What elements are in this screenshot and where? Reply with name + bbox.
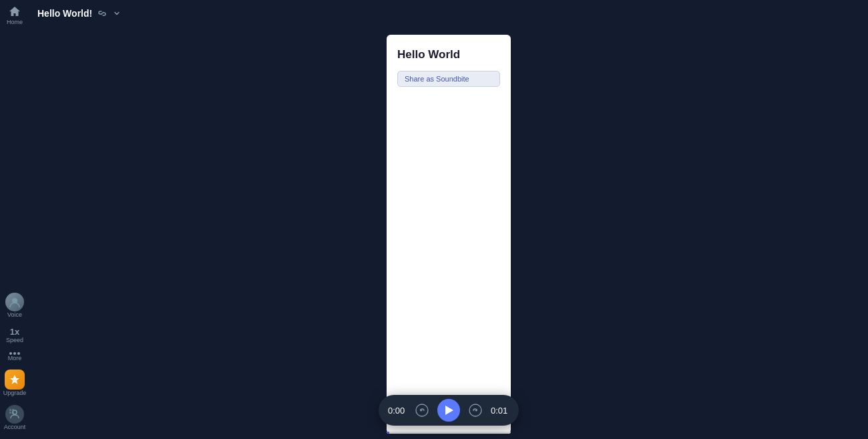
sidebar-item-voice[interactable]: Voice <box>0 290 29 321</box>
share-soundbite-button[interactable]: Share as Soundbite <box>397 71 500 87</box>
svg-rect-2 <box>9 409 11 411</box>
sidebar-upgrade-label: Upgrade <box>3 390 27 397</box>
sidebar-home-label: Home <box>7 19 23 26</box>
play-icon <box>445 406 453 415</box>
link-icon[interactable] <box>97 9 107 18</box>
progress-bar-track <box>387 432 511 434</box>
sidebar-item-home[interactable]: Home <box>0 3 29 29</box>
chevron-down-icon[interactable] <box>112 9 122 18</box>
svg-rect-5 <box>12 412 14 414</box>
upgrade-button[interactable] <box>5 370 25 390</box>
main-content: Hello World! Hello World Share as Soundb… <box>29 0 868 439</box>
sidebar-item-more[interactable]: More <box>0 349 29 365</box>
sidebar-speed-label: Speed <box>6 337 23 344</box>
sidebar-voice-label: Voice <box>7 311 22 319</box>
page-title: Hello World! <box>37 8 92 19</box>
sidebar-item-upgrade[interactable]: Upgrade <box>0 367 29 400</box>
svg-rect-4 <box>9 412 11 414</box>
total-time-display: 0:01 <box>491 406 509 416</box>
sidebar-account-label: Account <box>4 424 26 431</box>
audio-player: 0:00 0:01 <box>379 395 519 426</box>
forward-button[interactable] <box>467 402 484 419</box>
rewind-button[interactable] <box>413 402 431 419</box>
episode-area: Hello World Share as Soundbite 0:00 <box>29 27 868 439</box>
account-avatar <box>5 405 24 424</box>
sidebar-item-account[interactable]: Account <box>0 402 29 434</box>
episode-card: Hello World Share as Soundbite <box>387 35 511 434</box>
home-icon <box>8 5 21 17</box>
sidebar: Home Voice 1x Speed More <box>0 0 29 439</box>
progress-bar-fill <box>387 432 389 434</box>
sidebar-more-label: More <box>8 355 22 362</box>
play-button[interactable] <box>437 399 460 422</box>
current-time-display: 0:00 <box>388 406 407 416</box>
speed-value: 1x <box>10 327 19 337</box>
top-bar: Hello World! <box>29 0 868 27</box>
episode-title: Hello World <box>397 48 500 61</box>
svg-rect-3 <box>12 409 14 411</box>
sidebar-item-speed[interactable]: 1x Speed <box>0 324 29 347</box>
voice-avatar <box>5 293 24 311</box>
